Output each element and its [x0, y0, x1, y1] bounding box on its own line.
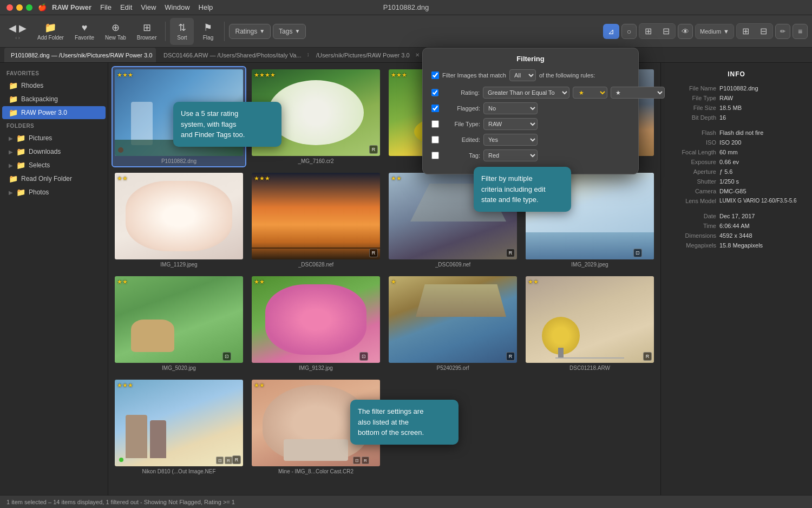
thumb-img9132[interactable]: ★★ ⊡ IMG_9132.jpg: [250, 274, 382, 373]
sidebar-label-photos: Photos: [29, 188, 49, 196]
filter-rule-flagged-checkbox[interactable]: [431, 105, 439, 112]
window-title: P1010882.dng: [383, 3, 429, 11]
stars-mg7141: ★★★: [391, 71, 407, 79]
new-tab-button[interactable]: ⊕ New Tab: [101, 18, 130, 45]
name-img9132: IMG_9132.jpg: [299, 365, 333, 371]
filter-rule-rating-value[interactable]: ★ ★★ ★★★: [573, 87, 607, 99]
info-focallength: Focal Length 60 mm: [661, 147, 812, 157]
compare-view-button[interactable]: ⊟: [657, 24, 675, 38]
tab-label-0: P1010882.dng — /Users/nik/Pictures/RAW P…: [11, 52, 152, 58]
menu-edit[interactable]: Edit: [120, 3, 132, 11]
sort-button[interactable]: ⇅ Sort: [170, 18, 194, 45]
filter-rule-rating-checkbox[interactable]: [431, 89, 438, 96]
info-label-aperture: Aperture: [667, 168, 716, 175]
split-button[interactable]: ⊟: [755, 24, 772, 38]
name-p5240295: P5240295.orf: [436, 365, 469, 371]
info-label-filename: File Name: [667, 85, 716, 92]
flag-button[interactable]: ⚑ Flag: [196, 18, 220, 45]
filter-rule-filetype-value[interactable]: RAW JPEG: [483, 118, 538, 130]
info-value-focallength: 60 mm: [719, 149, 806, 155]
back-forward-button[interactable]: ◀ ▶ ‹ ›: [4, 18, 31, 45]
sidebar-item-readonly[interactable]: 📁 Read Only Folder: [2, 172, 106, 185]
info-shutter: Shutter 1/250 s: [661, 177, 812, 186]
sidebar-item-downloads[interactable]: ▶ 📁 Downloads: [2, 145, 106, 158]
filter-rule-filetype-label: File Type:: [442, 121, 480, 127]
thumb-nikon[interactable]: ★★★ R ⊡ R Nikon D810 (...Out Image.NEF: [113, 377, 245, 477]
tab-close-2[interactable]: ✕: [415, 52, 420, 58]
tooltip-rating: Use a 5 star rating system, with flags a…: [173, 102, 281, 147]
viewer-button[interactable]: 👁: [678, 24, 693, 39]
name-nikon: Nikon D810 (...Out Image.NEF: [142, 468, 215, 474]
badge-mg7160: R: [369, 145, 378, 154]
sep1: [165, 22, 166, 41]
filter-rule-tag-checkbox[interactable]: [431, 152, 439, 159]
filter-dialog-title: Filtering: [431, 55, 630, 63]
badge-img2029: ⊡: [633, 249, 642, 257]
thumb-img1129[interactable]: ★★ IMG_1129.jpeg: [113, 171, 245, 270]
filter-rule-flagged-value[interactable]: No Yes: [483, 102, 538, 114]
status-text: 1 item selected – 14 items displayed, 1 …: [6, 499, 235, 505]
badge-img5020: ⊡: [222, 352, 231, 361]
close-button[interactable]: [6, 4, 13, 11]
filter-rule-filetype-checkbox[interactable]: [431, 120, 439, 128]
info-value-bitdepth: 16: [719, 114, 806, 121]
more-options-button[interactable]: ≡: [793, 24, 808, 39]
filter-match-select[interactable]: All Any: [509, 69, 536, 81]
info-label-flash: Flash: [667, 129, 716, 136]
badge-dsc0609: R: [506, 249, 515, 257]
fullscreen-button[interactable]: [26, 4, 32, 11]
menu-window[interactable]: Window: [165, 3, 189, 11]
minimize-button[interactable]: [16, 4, 23, 11]
menu-view[interactable]: View: [141, 3, 156, 11]
stars-mine: ★★: [254, 382, 265, 389]
filter-active-button[interactable]: ⊿: [603, 24, 619, 39]
badge-dsc01218: R: [643, 352, 652, 361]
thumbnails-button[interactable]: ⊞: [737, 24, 755, 38]
thumbnail-size-dropdown[interactable]: Medium ▼: [695, 24, 734, 39]
badge-img9132: ⊡: [359, 352, 368, 361]
info-filesize: File Size 18.5 MB: [661, 103, 812, 113]
sidebar-item-backpacking[interactable]: 📁 Backpacking: [2, 93, 106, 106]
info-date: Date Dec 17, 2017: [661, 211, 812, 221]
browser-button[interactable]: ⊞ Browser: [133, 18, 161, 45]
info-value-camera: DMC-G85: [719, 188, 806, 194]
status-bar: 1 item selected – 14 items displayed, 1 …: [0, 495, 812, 508]
thumb-img5020[interactable]: ★★ ⊡ IMG_5020.jpg: [113, 274, 245, 373]
tab-2[interactable]: /Users/nik/Pictures/RAW Power 3.0 ✕: [310, 48, 426, 62]
filter-rule-rating-condition[interactable]: Greater Than or Equal To Equal To Less T…: [483, 87, 569, 99]
circle-button[interactable]: ○: [621, 24, 637, 39]
info-label-iso: ISO: [667, 139, 716, 146]
grid-view-button[interactable]: ⊞: [639, 24, 657, 38]
edit-button[interactable]: ✏: [775, 24, 790, 39]
ratings-dropdown[interactable]: Ratings ▼: [229, 24, 271, 39]
thumb-p5240295[interactable]: ★ R P5240295.orf: [387, 274, 519, 373]
info-value-exposure: 0.66 ev: [719, 159, 806, 165]
menu-file[interactable]: File: [100, 3, 112, 11]
filter-rule-edited: Edited: Yes No: [431, 134, 630, 146]
sidebar-item-rhodes[interactable]: 📁 Rhodes: [2, 79, 106, 92]
filter-rule-rating-label: Rating:: [442, 89, 480, 96]
filter-rule-tag-value[interactable]: Red Blue Green: [483, 149, 538, 161]
info-label-filetype: File Type: [667, 95, 716, 101]
folder-icon-rhodes: 📁: [9, 81, 18, 90]
filter-rule-edited-checkbox[interactable]: [431, 136, 439, 144]
filter-rule-rating-value2[interactable]: ★: [611, 87, 665, 99]
sidebar-item-photos[interactable]: ▶ 📁 Photos: [2, 186, 106, 199]
filter-rule-edited-value[interactable]: Yes No: [483, 134, 538, 146]
thumb-dsc01218[interactable]: ★★ R DSC01218.ARW: [523, 274, 656, 373]
favorite-button[interactable]: ♥ Favorite: [70, 18, 99, 45]
back-forward-icon: ◀ ▶: [9, 22, 27, 34]
filter-enabled-checkbox[interactable]: [431, 71, 439, 79]
sidebar-item-pictures[interactable]: ▶ 📁 Pictures: [2, 132, 106, 145]
info-div1: [661, 122, 812, 128]
tab-close-1[interactable]: ✕: [307, 52, 309, 58]
sidebar-item-selects[interactable]: ▶ 📁 Selects: [2, 159, 106, 172]
thumb-dsc0628[interactable]: ★★★ R _DSC0628.nef: [250, 171, 382, 270]
tab-0[interactable]: P1010882.dng — /Users/nik/Pictures/RAW P…: [4, 48, 156, 62]
stars-img9132: ★★: [254, 278, 265, 285]
add-folder-button[interactable]: 📁 Add Folder: [33, 18, 68, 45]
tags-dropdown[interactable]: Tags ▼: [273, 24, 306, 39]
sidebar-item-raw-power[interactable]: 📁 RAW Power 3.0: [2, 106, 106, 119]
menu-help[interactable]: Help: [199, 3, 213, 11]
tab-1[interactable]: DSC01466.ARW — /Users/Shared/Photos/ital…: [157, 48, 309, 62]
